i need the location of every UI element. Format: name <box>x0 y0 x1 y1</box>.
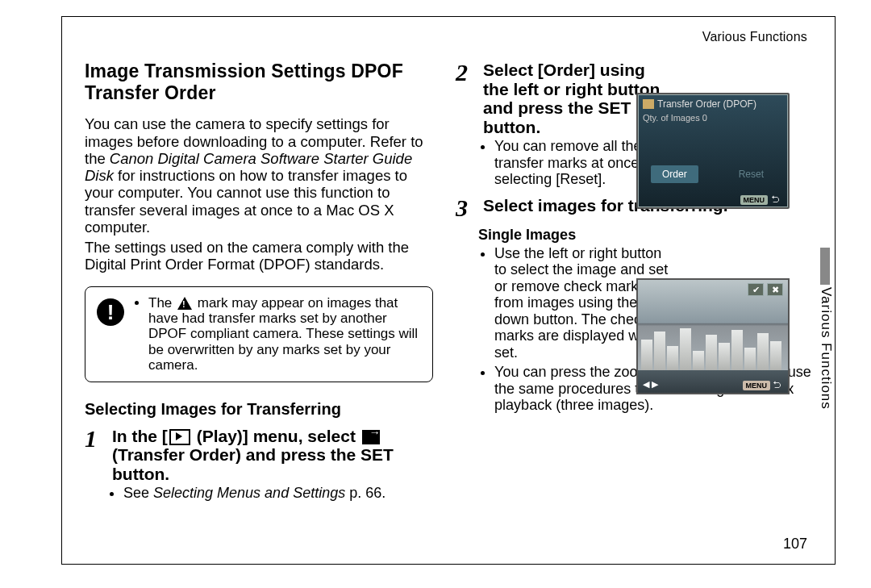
step-1-heading: In the [ (Play)] menu, select (Transfer … <box>112 427 433 484</box>
step-1-see-ref: See Selecting Menus and Settings p. 66. <box>123 485 433 502</box>
lcd-tab-reset: Reset <box>727 165 775 183</box>
running-head: Various Functions <box>702 30 807 44</box>
lcd-qty: Qty. of Images 0 <box>638 111 788 124</box>
caution-icon: ! <box>97 298 124 326</box>
photo-menu-arrow: ⮌ <box>773 380 781 390</box>
lcd-tab-order: Order <box>651 165 698 183</box>
side-tab-marker <box>820 248 830 285</box>
page-number: 107 <box>783 536 807 553</box>
manual-page: Various Functions Various Functions Imag… <box>61 16 836 565</box>
sub-heading-selecting: Selecting Images for Transferring <box>85 400 433 419</box>
section-title: Image Transmission Settings DPOF Transfe… <box>85 60 433 104</box>
note-bullet: The mark may appear on images that have … <box>148 295 421 373</box>
step-2-number: 2 <box>456 60 477 136</box>
step-1-number: 1 <box>85 427 106 484</box>
single-images-heading: Single Images <box>478 227 812 244</box>
lcd-title: Transfer Order (DPOF) <box>657 98 756 110</box>
step-3-number: 3 <box>456 196 477 220</box>
note-box: ! The mark may appear on images that hav… <box>85 286 433 382</box>
side-tab-label: Various Functions <box>818 287 834 410</box>
camera-lcd-transfer-order: Transfer Order (DPOF) Qty. of Images 0 O… <box>636 93 790 209</box>
warning-triangle-icon <box>177 297 192 310</box>
dpof-paragraph: The settings used on the camera comply w… <box>85 239 433 273</box>
skyline-illustration <box>638 323 788 370</box>
x-mark-icon: ✖ <box>767 283 783 296</box>
nav-arrows-icon: ◀ ▶ <box>643 379 658 390</box>
lcd-menu-arrow: ⮌ <box>771 194 780 204</box>
left-column: Image Transmission Settings DPOF Transfe… <box>85 60 433 538</box>
intro-paragraph: You can use the camera to specify settin… <box>85 115 433 236</box>
camera-lcd-image-select: ✔ ✖ ◀ ▶ MENU⮌ <box>636 278 790 394</box>
lcd-menu-icon: MENU <box>740 195 769 205</box>
transfer-order-icon <box>643 99 654 109</box>
checkmark-icon: ✔ <box>748 283 764 296</box>
right-column: 2 Select [Order] using the left or right… <box>456 60 812 538</box>
transfer-order-icon <box>362 430 380 444</box>
play-icon <box>169 429 190 445</box>
side-tab: Various Functions <box>818 287 834 448</box>
step-1: 1 In the [ (Play)] menu, select (Transfe… <box>85 427 433 484</box>
photo-menu-icon: MENU <box>743 381 771 390</box>
